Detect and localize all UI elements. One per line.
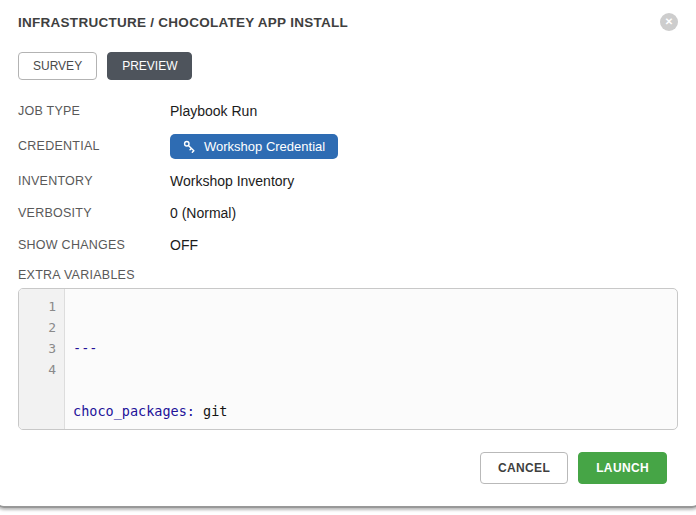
- editor-line-numbers: 1 2 3 4: [19, 289, 65, 429]
- code-line: choco_packages: git: [73, 401, 677, 422]
- line-number: 2: [19, 317, 56, 338]
- code-line: ---: [73, 338, 677, 359]
- field-label: VERBOSITY: [18, 206, 170, 220]
- launch-preview-modal: INFRASTRUCTURE / CHOCOLATEY APP INSTALL …: [0, 0, 696, 484]
- field-value: Playbook Run: [170, 103, 257, 119]
- credential-badge-label: Workshop Credential: [204, 139, 325, 154]
- field-label: CREDENTIAL: [18, 139, 170, 153]
- close-icon[interactable]: ✕: [660, 13, 678, 31]
- field-verbosity: VERBOSITY 0 (Normal): [18, 203, 678, 223]
- tab-survey[interactable]: SURVEY: [18, 52, 97, 80]
- field-label: SHOW CHANGES: [18, 238, 170, 252]
- modal-title: INFRASTRUCTURE / CHOCOLATEY APP INSTALL: [18, 15, 348, 30]
- modal-header: INFRASTRUCTURE / CHOCOLATEY APP INSTALL …: [18, 0, 678, 31]
- field-job-type: JOB TYPE Playbook Run: [18, 101, 678, 121]
- key-icon: [183, 140, 196, 153]
- tab-preview[interactable]: PREVIEW: [107, 52, 192, 80]
- cancel-button[interactable]: CANCEL: [480, 452, 568, 484]
- job-detail-fields: JOB TYPE Playbook Run CREDENTIAL Worksho…: [18, 101, 678, 255]
- tab-bar: SURVEY PREVIEW: [18, 52, 678, 80]
- field-inventory: INVENTORY Workshop Inventory: [18, 171, 678, 191]
- field-label: JOB TYPE: [18, 104, 170, 118]
- extra-variables-editor: 1 2 3 4 --- choco_packages: git app_stat…: [18, 288, 678, 430]
- field-show-changes: SHOW CHANGES OFF: [18, 235, 678, 255]
- credential-badge[interactable]: Workshop Credential: [170, 134, 338, 159]
- line-number: 1: [19, 296, 56, 317]
- field-label: INVENTORY: [18, 174, 170, 188]
- editor-code-area[interactable]: --- choco_packages: git app_state: prese…: [65, 289, 677, 429]
- launch-button[interactable]: LAUNCH: [578, 452, 667, 484]
- field-value: 0 (Normal): [170, 205, 236, 221]
- field-value: Workshop Inventory: [170, 173, 294, 189]
- line-number: 4: [19, 359, 56, 380]
- modal-actions: CANCEL LAUNCH: [18, 452, 678, 484]
- extra-variables-label: EXTRA VARIABLES: [18, 268, 678, 282]
- field-credential: CREDENTIAL Workshop Credential: [18, 133, 678, 159]
- field-value: OFF: [170, 237, 198, 253]
- line-number: 3: [19, 338, 56, 359]
